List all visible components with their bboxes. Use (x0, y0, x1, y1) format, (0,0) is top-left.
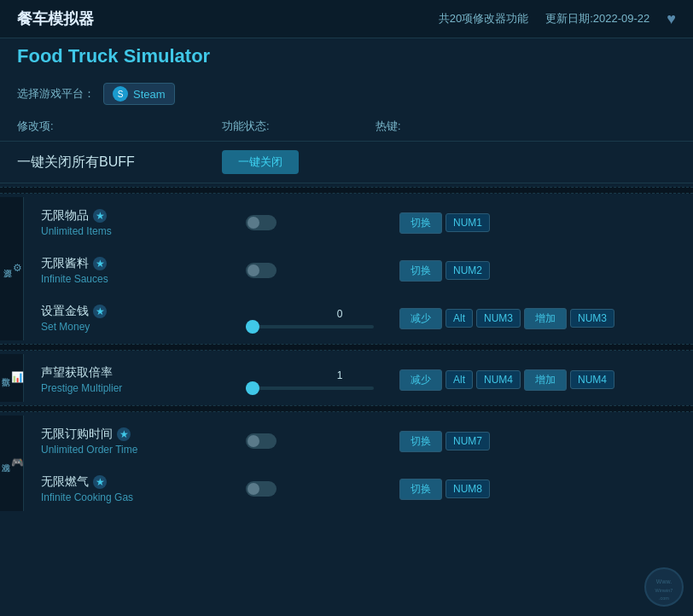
toggle-switch[interactable] (246, 433, 277, 449)
mod-name-cooking-gas: 无限燃气 ★ Infinite Cooking Gas (41, 474, 246, 503)
resources-items: 无限物品 ★ Unlimited Items 切换 NU (24, 197, 693, 340)
title-cn: 餐车模拟器 (17, 9, 94, 29)
game-title-section: Food Truck Simulator (0, 38, 693, 76)
toggle-infinite-sauces[interactable] (246, 263, 399, 278)
star-icon: ★ (93, 209, 107, 223)
section-divider-mid (0, 344, 693, 351)
hotkey-num3-inc-btn[interactable]: NUM3 (570, 309, 614, 328)
content-area: 修改项: 功能状态: 热键: 一键关闭所有BUFF 一键关闭 ⚙ 资源 (0, 112, 693, 616)
watermark: Www. Winwin7 .com (644, 567, 684, 607)
mod-name-unlimited-items: 无限物品 ★ Unlimited Items (41, 208, 246, 237)
col-headers: 修改项: 功能状态: 热键: (0, 112, 693, 142)
slider-value: 1 (337, 369, 343, 381)
hotkey-num7-btn[interactable]: NUM7 (446, 432, 490, 450)
game-section: 🎮 游戏 无限订购时间 ★ Unlimited Order Time (0, 416, 693, 511)
sidebar-data-icon: 📊 (11, 371, 24, 383)
mod-name-infinite-sauces: 无限酱料 ★ Infinite Sauces (41, 256, 246, 285)
hotkey-alt-btn[interactable]: Alt (446, 309, 473, 328)
col-modifier: 修改项: (17, 119, 222, 134)
star-icon: ★ (93, 475, 107, 489)
star-icon: ★ (117, 427, 131, 441)
toggle-thumb (248, 435, 259, 447)
table-row: 无限燃气 ★ Infinite Cooking Gas 切换 (24, 463, 693, 511)
platform-section: 选择游戏平台： S Steam (0, 76, 693, 112)
hotkeys-infinite-sauces: 切换 NUM2 (399, 260, 676, 282)
sidebar-data[interactable]: 📊 数据 (0, 354, 24, 402)
hotkey-num1-btn[interactable]: NUM1 (446, 213, 490, 232)
header-info: 共20项修改器功能 更新日期:2022-09-22 ♥ (439, 10, 676, 28)
hotkey-num4-inc-btn[interactable]: NUM4 (570, 370, 614, 389)
slider-track[interactable] (246, 386, 374, 390)
steam-icon: S (113, 86, 128, 102)
table-row: 无限酱料 ★ Infinite Sauces 切换 NU (24, 245, 693, 293)
col-status: 功能状态: (222, 119, 376, 134)
hotkey-num8-btn[interactable]: NUM8 (446, 479, 490, 498)
col-hotkey: 热键: (376, 119, 676, 134)
hotkeys-unlimited-items: 切换 NUM1 (399, 212, 676, 234)
hotkey-inc-btn[interactable]: 增加 (524, 308, 567, 329)
hotkey-toggle-btn[interactable]: 切换 (399, 431, 442, 452)
slider-track[interactable] (246, 325, 374, 328)
sidebar-resources[interactable]: ⚙ 资源 (0, 197, 24, 340)
main-content: 修改项: 功能状态: 热键: 一键关闭所有BUFF 一键关闭 ⚙ 资源 (0, 112, 693, 616)
hotkey-toggle-btn[interactable]: 切换 (399, 479, 442, 500)
table-row: 设置金钱 ★ Set Money 0 (24, 293, 693, 340)
toggle-switch[interactable] (246, 215, 277, 230)
game-title-en: Food Truck Simulator (17, 45, 676, 67)
star-icon: ★ (93, 257, 107, 270)
watermark-logo: Www. Winwin7 .com (644, 567, 684, 607)
hotkey-toggle-btn[interactable]: 切换 (399, 260, 442, 282)
onekey-row: 一键关闭所有BUFF 一键关闭 (0, 142, 693, 183)
toggle-cooking-gas[interactable] (246, 481, 399, 497)
toggle-switch[interactable] (246, 481, 277, 497)
sidebar-game[interactable]: 🎮 游戏 (0, 416, 24, 511)
toggle-switch[interactable] (246, 263, 277, 278)
hotkey-num2-btn[interactable]: NUM2 (446, 261, 490, 280)
slider-thumb[interactable] (246, 320, 259, 334)
steam-button[interactable]: S Steam (103, 83, 175, 105)
star-icon: ★ (93, 305, 107, 318)
svg-text:Winwin7: Winwin7 (655, 588, 673, 593)
section-divider-top (0, 187, 693, 194)
mod-name-order-time: 无限订购时间 ★ Unlimited Order Time (41, 427, 246, 456)
table-row: 无限物品 ★ Unlimited Items 切换 NU (24, 197, 693, 245)
heart-icon[interactable]: ♥ (667, 10, 676, 28)
hotkeys-prestige: 减少 Alt NUM4 增加 NUM4 (399, 369, 676, 391)
data-section: 📊 数据 声望获取倍率 Prestige Multiplier (0, 354, 693, 402)
toggle-unlimited-items[interactable] (246, 215, 399, 230)
toggle-order-time[interactable] (246, 433, 399, 449)
hotkeys-cooking-gas: 切换 NUM8 (399, 479, 676, 500)
mod-name-set-money: 设置金钱 ★ Set Money (41, 304, 246, 333)
table-row: 声望获取倍率 Prestige Multiplier 1 (24, 354, 693, 402)
data-items: 声望获取倍率 Prestige Multiplier 1 (24, 354, 693, 402)
slider-set-money[interactable]: 0 (246, 308, 382, 328)
platform-label: 选择游戏平台： (17, 86, 95, 102)
sidebar-resources-icon: ⚙ (13, 262, 22, 274)
slider-thumb[interactable] (246, 381, 259, 395)
update-date: 更新日期:2022-09-22 (545, 11, 649, 26)
hotkeys-set-money: 减少 Alt NUM3 增加 NUM3 (399, 308, 676, 329)
main-container: 餐车模拟器 共20项修改器功能 更新日期:2022-09-22 ♥ Food T… (0, 0, 693, 616)
svg-text:.com: .com (659, 596, 669, 601)
toggle-thumb (248, 483, 259, 495)
header: 餐车模拟器 共20项修改器功能 更新日期:2022-09-22 ♥ (0, 0, 693, 38)
hotkey-alt-btn[interactable]: Alt (446, 370, 473, 389)
steam-label: Steam (133, 88, 166, 101)
resources-section: ⚙ 资源 无限物品 ★ Unlimited Items (0, 197, 693, 340)
hotkey-toggle-btn[interactable]: 切换 (399, 212, 442, 234)
onekey-button[interactable]: 一键关闭 (222, 150, 299, 174)
sidebar-game-icon: 🎮 (11, 456, 24, 468)
hotkey-dec-btn[interactable]: 减少 (399, 369, 442, 391)
onekey-label: 一键关闭所有BUFF (17, 154, 222, 171)
svg-text:Www.: Www. (656, 578, 672, 584)
hotkey-inc-btn[interactable]: 增加 (524, 369, 567, 391)
hotkey-num4-dec-btn[interactable]: NUM4 (476, 370, 521, 389)
slider-prestige[interactable]: 1 (246, 369, 382, 390)
total-mods: 共20项修改器功能 (439, 11, 528, 26)
toggle-thumb (248, 264, 259, 276)
hotkey-num3-dec-btn[interactable]: NUM3 (476, 309, 521, 328)
hotkey-dec-btn[interactable]: 减少 (399, 308, 442, 329)
game-items: 无限订购时间 ★ Unlimited Order Time 切换 (24, 416, 693, 511)
table-row: 无限订购时间 ★ Unlimited Order Time 切换 (24, 416, 693, 463)
mod-name-prestige: 声望获取倍率 Prestige Multiplier (41, 365, 246, 394)
